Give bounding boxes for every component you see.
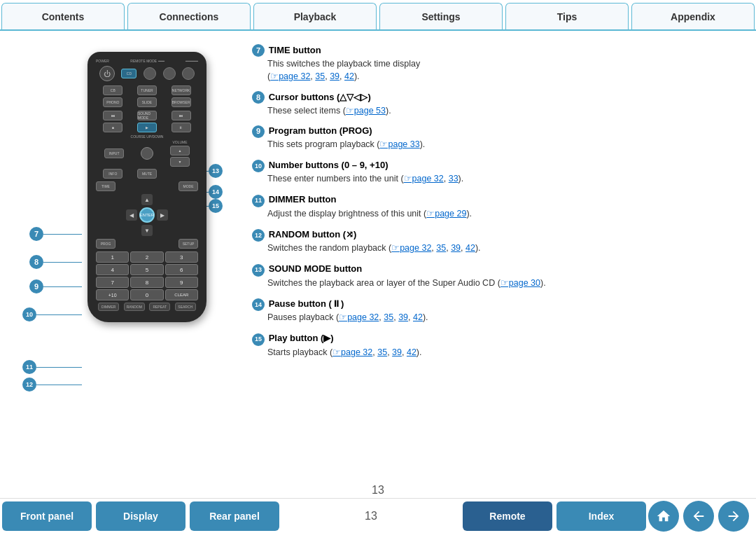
link-p39-14[interactable]: 39 <box>398 312 408 322</box>
link-p32-10[interactable]: ☞page 32 <box>404 174 444 184</box>
link-p39-7[interactable]: 39 <box>330 71 340 81</box>
annot-line-11 <box>36 367 82 368</box>
num-8[interactable]: 8 <box>130 277 163 288</box>
input-button[interactable]: INPUT <box>104 148 124 158</box>
dimmer-button[interactable]: DIMMER <box>98 303 119 311</box>
enter-button[interactable]: ENTER <box>139 207 155 223</box>
button-sm-2[interactable] <box>163 67 176 80</box>
cd-button[interactable]: CD <box>121 69 136 78</box>
annot-8: 8 <box>29 255 82 269</box>
link-p33-10[interactable]: 33 <box>449 174 458 184</box>
annot-circle-15: 15 <box>209 199 223 213</box>
num-plus10[interactable]: +10 <box>96 289 129 300</box>
power-button[interactable] <box>99 66 115 81</box>
search-button[interactable]: SEARCH <box>175 303 196 311</box>
bottom-icon-buttons <box>648 501 749 532</box>
num-4[interactable]: 4 <box>96 264 129 275</box>
link-p35-15[interactable]: 35 <box>377 347 387 357</box>
mode-button[interactable]: MODE <box>178 181 198 191</box>
forward-button[interactable] <box>718 501 749 532</box>
dpad-left[interactable]: ◀ <box>126 209 137 221</box>
slide-button[interactable]: SLIDE <box>137 97 157 107</box>
num-2[interactable]: 2 <box>130 251 163 263</box>
link-p33-9[interactable]: ☞page 33 <box>379 139 419 149</box>
description-area: 7 TIME button This switches the playback… <box>238 38 742 486</box>
annot-circle-8: 8 <box>29 255 43 269</box>
phono-button[interactable]: PHONO <box>103 97 122 107</box>
num-7[interactable]: 7 <box>96 277 129 288</box>
tab-appendix[interactable]: Appendix <box>631 3 755 29</box>
setup-button[interactable]: SETUP <box>178 239 198 249</box>
bottom-navigation: Front panel Display Rear panel 13 Remote… <box>0 498 756 533</box>
num-0[interactable]: 0 <box>130 289 163 300</box>
button-sm-3[interactable] <box>182 67 195 80</box>
pause-button[interactable]: ⏸ <box>172 123 191 132</box>
random-button[interactable]: RANDOM <box>124 303 145 311</box>
link-p35-7[interactable]: 35 <box>315 71 325 81</box>
link-p42-14[interactable]: 42 <box>413 312 423 322</box>
remote-row-7: INFO MUTE <box>96 169 198 179</box>
tab-settings[interactable]: Settings <box>379 3 503 29</box>
desc-title-10: 10 Number buttons (0 – 9, +10) <box>252 158 735 173</box>
stop-button[interactable]: ■ <box>103 123 122 132</box>
index-button[interactable]: Index <box>556 501 646 531</box>
link-p42-12[interactable]: 42 <box>465 243 475 253</box>
annot-circle-10: 10 <box>22 307 36 321</box>
cb-button[interactable]: CB <box>103 85 122 95</box>
link-p32-14[interactable]: ☞page 32 <box>339 312 379 322</box>
link-p30-13[interactable]: ☞page 30 <box>500 278 540 288</box>
button-sm-1[interactable] <box>144 67 156 80</box>
front-panel-button[interactable]: Front panel <box>2 501 92 531</box>
tab-playback[interactable]: Playback <box>253 3 377 29</box>
display-button[interactable]: Display <box>96 501 186 531</box>
prog-setup-row: PROG SETUP <box>96 239 198 249</box>
link-p39-12[interactable]: 39 <box>451 243 461 253</box>
browser-button[interactable]: BROWSER <box>172 97 191 107</box>
link-p42-15[interactable]: 42 <box>407 347 416 357</box>
remote-button[interactable]: Remote <box>463 501 552 531</box>
home-button[interactable] <box>648 501 679 532</box>
prog-button[interactable]: PROG <box>96 239 115 249</box>
play-button[interactable]: ▶ <box>137 123 157 132</box>
tab-tips[interactable]: Tips <box>505 3 629 29</box>
link-p39-15[interactable]: 39 <box>392 347 402 357</box>
link-p53-8[interactable]: ☞page 53 <box>346 106 386 116</box>
num-9[interactable]: 9 <box>165 277 198 288</box>
tab-connections[interactable]: Connections <box>127 3 251 29</box>
clear-button[interactable]: CLEAR <box>165 289 198 300</box>
info-button[interactable]: INFO <box>103 169 122 179</box>
desc-item-8: 8 Cursor buttons (△▽◁▷) These select ite… <box>252 90 735 117</box>
num-6[interactable]: 6 <box>165 264 198 275</box>
desc-item-9: 9 Program button (PROG) This sets progra… <box>252 124 735 151</box>
link-p32-15[interactable]: ☞page 32 <box>332 347 372 357</box>
link-p32-7[interactable]: ☞page 32 <box>270 71 310 81</box>
desc-item-12: 12 RANDOM button (⤮) Switches the random… <box>252 228 735 256</box>
link-p35-14[interactable]: 35 <box>384 312 393 322</box>
annot-12: 12 <box>22 378 82 392</box>
dpad-down[interactable]: ▼ <box>141 225 153 236</box>
volume-down-button[interactable]: ▼ <box>170 157 190 167</box>
num-3[interactable]: 3 <box>165 251 198 263</box>
sound-mode-button[interactable]: SOUND MODE <box>137 111 157 120</box>
skip-back-button[interactable]: ⏮ <box>103 111 122 120</box>
rear-panel-button[interactable]: Rear panel <box>190 501 279 531</box>
volume-up-button[interactable]: ▲ <box>170 146 190 155</box>
annot-7: 7 <box>29 227 82 241</box>
link-p35-12[interactable]: 35 <box>436 243 446 253</box>
dpad-up[interactable]: ▲ <box>141 194 153 205</box>
time-button[interactable]: TIME <box>96 181 115 191</box>
link-p32-12[interactable]: ☞page 32 <box>391 243 431 253</box>
mute-button[interactable]: MUTE <box>137 169 157 179</box>
tab-contents[interactable]: Contents <box>1 3 125 29</box>
num-1[interactable]: 1 <box>96 251 129 263</box>
remote-row-5: ■ ▶ ⏸ <box>96 123 198 132</box>
tuner-button[interactable]: TUNER <box>137 85 157 95</box>
back-button[interactable] <box>683 501 714 532</box>
skip-forward-button[interactable]: ⏭ <box>172 111 191 120</box>
network-button[interactable]: NETWORK <box>172 85 191 95</box>
repeat-button[interactable]: REPEAT <box>149 303 170 311</box>
num-5[interactable]: 5 <box>130 264 163 275</box>
link-p29-11[interactable]: ☞page 29 <box>426 209 466 219</box>
dpad-right[interactable]: ▶ <box>157 209 168 221</box>
link-p42-7[interactable]: 42 <box>344 71 354 81</box>
